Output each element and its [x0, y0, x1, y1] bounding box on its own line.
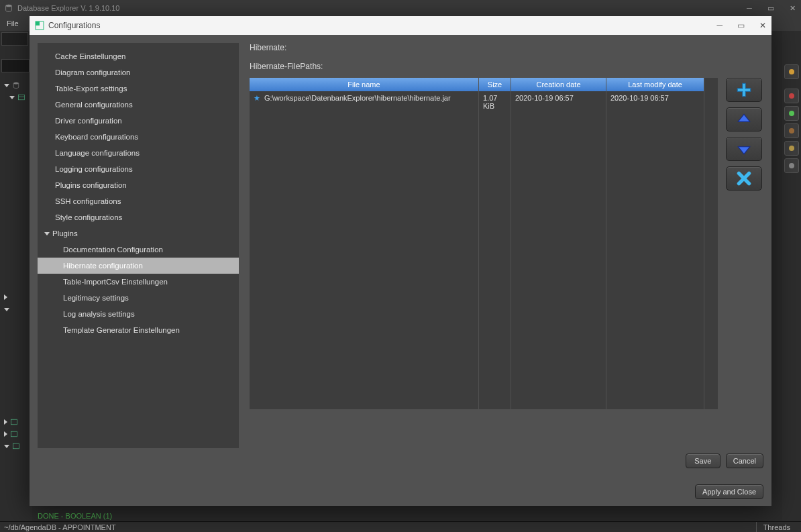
settings-sidebar: Cache EinstellungenDiagram configuration…	[38, 43, 239, 448]
dialog-maximize[interactable]: ▭	[737, 21, 745, 30]
add-button[interactable]	[726, 78, 762, 102]
chevron-down-icon	[44, 232, 50, 235]
svg-rect-5	[11, 431, 17, 437]
toolbar-slot[interactable]	[1, 32, 28, 46]
col-modified[interactable]: Last modify date	[606, 78, 704, 91]
main-titlebar: Database Explorer V. 1.9.10.10 ─ ▭ ✕	[0, 0, 801, 16]
dialog-icon	[35, 21, 44, 30]
minimize-button[interactable]: ─	[745, 3, 754, 13]
app-icon	[4, 3, 13, 13]
sidebar-item[interactable]: Table-Export settings	[38, 81, 239, 97]
menu-file[interactable]: File	[7, 19, 19, 28]
col-filename[interactable]: File name	[250, 78, 479, 91]
cell-modified[interactable]: 2020-10-19 06:57	[606, 91, 704, 409]
table-header: File name Size Creation date Last modify…	[250, 78, 718, 91]
right-tool-2[interactable]	[784, 89, 799, 103]
table-icon	[17, 93, 25, 101]
sidebar-item[interactable]: General configurations	[38, 97, 239, 113]
move-up-button[interactable]	[726, 107, 762, 131]
content-subheading: Hibernate-FilePaths:	[250, 62, 765, 71]
table-icon	[12, 442, 20, 450]
svg-rect-4	[11, 419, 17, 425]
dialog-title: Configurations	[48, 21, 100, 30]
right-toolbar	[782, 31, 801, 521]
sidebar-item[interactable]: Plugins configuration	[38, 177, 239, 193]
col-created[interactable]: Creation date	[511, 78, 606, 91]
table-button-column	[726, 78, 765, 409]
cancel-button[interactable]: Cancel	[726, 454, 763, 468]
sidebar-item[interactable]: Diagram configuration	[38, 64, 239, 81]
sidebar-item[interactable]: Style configurations	[38, 209, 239, 225]
svg-rect-2	[19, 95, 25, 100]
statusbar: ~/db/AgendaDB - APPOINTMENT Threads	[0, 521, 801, 532]
sidebar-subitem[interactable]: Template Generator Einstellungen	[38, 322, 239, 338]
sidebar-item[interactable]: Keyboard configurations	[38, 129, 239, 145]
table-icon	[10, 418, 18, 426]
sidebar-subitem[interactable]: Log analysis settings	[38, 306, 239, 322]
sidebar-subitem[interactable]: Table-ImportCsv Einstellungen	[38, 274, 239, 290]
sidebar-subitem[interactable]: Legitimacy settings	[38, 290, 239, 306]
sidebar-item[interactable]: Language configurations	[38, 145, 239, 161]
bottom-tree-label: DONE - BOOLEAN (1)	[38, 512, 112, 520]
right-tool-1[interactable]	[784, 64, 799, 79]
star-icon: ★	[254, 94, 260, 103]
sidebar-item[interactable]: SSH configurations	[38, 193, 239, 209]
sidebar-subitem[interactable]: Documentation Configuration	[38, 242, 239, 258]
right-tool-5[interactable]	[784, 141, 799, 156]
svg-rect-8	[36, 21, 40, 25]
table-icon	[10, 430, 18, 438]
sidebar-item[interactable]: Logging configurations	[38, 161, 239, 177]
filepaths-table[interactable]: File name Size Creation date Last modify…	[250, 78, 718, 409]
sidebar-subitem[interactable]: Hibernate configuration	[38, 258, 239, 274]
dialog-titlebar: Configurations ─ ▭ ✕	[30, 16, 771, 35]
content-heading: Hibernate:	[250, 43, 765, 52]
main-window: Database Explorer V. 1.9.10.10 ─ ▭ ✕ Fil…	[0, 0, 801, 532]
right-tool-3[interactable]	[784, 106, 799, 121]
sidebar-group-plugins[interactable]: Plugins	[38, 225, 239, 242]
dialog-close[interactable]: ✕	[759, 21, 766, 30]
status-threads[interactable]: Threads	[756, 522, 797, 532]
table-body: ★ G:\workspace\DatenbankExplorer\hiberna…	[250, 91, 718, 409]
move-down-button[interactable]	[726, 137, 762, 161]
close-button[interactable]: ✕	[788, 3, 797, 13]
cell-size[interactable]: 1.07 KiB	[479, 91, 511, 409]
sidebar-item[interactable]: Driver configuration	[38, 113, 239, 129]
save-button[interactable]: Save	[686, 454, 720, 468]
main-title: Database Explorer V. 1.9.10.10	[17, 4, 745, 12]
database-icon	[12, 81, 20, 89]
right-tool-6[interactable]	[784, 158, 799, 173]
dialog-footer: Save Cancel Apply and Close	[30, 448, 771, 506]
right-tool-4[interactable]	[784, 123, 799, 138]
maximize-button[interactable]: ▭	[766, 3, 776, 13]
status-path: ~/db/AgendaDB - APPOINTMENT	[4, 523, 116, 531]
cell-filename[interactable]: ★ G:\workspace\DatenbankExplorer\hiberna…	[250, 91, 479, 409]
svg-point-0	[6, 5, 12, 7]
db-tree[interactable]	[4, 60, 31, 512]
sidebar-item[interactable]: Cache Einstellungen	[38, 48, 239, 64]
apply-close-button[interactable]: Apply and Close	[695, 484, 763, 499]
col-size[interactable]: Size	[479, 78, 511, 91]
configurations-dialog: Configurations ─ ▭ ✕ Cache Einstellungen…	[30, 16, 771, 506]
svg-point-1	[13, 83, 19, 85]
dialog-minimize[interactable]: ─	[716, 21, 723, 30]
svg-rect-6	[13, 443, 19, 449]
remove-button[interactable]	[726, 166, 762, 191]
cell-created[interactable]: 2020-10-19 06:57	[511, 91, 606, 409]
